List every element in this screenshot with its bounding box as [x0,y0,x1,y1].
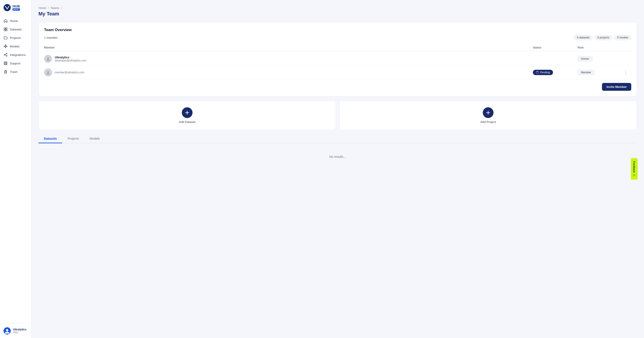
breadcrumb-sep-2: > [60,6,62,10]
breadcrumb-teams[interactable]: Teams [50,6,59,10]
no-results: No results... [38,148,637,166]
svg-rect-4 [6,30,7,31]
svg-point-6 [5,45,6,46]
sidebar-item-trash[interactable]: Trash [0,68,31,76]
team-overview-title: Team Overview [44,28,631,32]
invite-row: Invite Member [44,83,631,91]
models-stat: 0 models [614,35,631,40]
sidebar-item-models[interactable]: Models [0,42,31,50]
pending-label: Pending [540,71,550,74]
team-overview-card: Team Overview 1 member 0 datasets 0 proj… [38,22,637,96]
svg-point-5 [5,46,6,47]
plus-icon-dataset [185,110,190,115]
header-actions [622,46,631,49]
add-dataset-card[interactable]: Add Dataset [38,101,336,130]
sidebar-item-models-label: Models [10,45,20,48]
plus-icon-project [486,110,490,115]
svg-point-9 [7,46,8,47]
feedback-label: Feedback [633,161,636,172]
header-status: Status [533,46,578,49]
member-role-pending: Member [578,70,622,75]
member-status-pending: Pending [533,70,578,75]
support-icon [4,61,8,65]
sidebar-item-datasets[interactable]: Datasets [0,25,31,34]
sidebar-item-integrations-label: Integrations [10,53,26,56]
sidebar-item-support[interactable]: Support [0,59,31,68]
logo-beta-badge: BETA [12,8,20,11]
svg-point-32 [47,71,49,73]
tab-projects[interactable]: Projects [62,134,84,143]
svg-rect-3 [4,30,5,31]
svg-point-20 [5,62,6,64]
svg-point-30 [47,58,49,59]
sidebar-item-datasets-label: Datasets [10,28,22,31]
sidebar-nav: Home Datasets Projects [0,15,31,324]
sidebar-item-home-label: Home [10,19,18,22]
svg-point-8 [4,46,5,47]
add-project-card[interactable]: Add Project [340,101,637,130]
svg-point-28 [6,329,8,331]
datasets-icon [4,27,8,31]
sidebar-item-home[interactable]: Home [0,16,31,25]
sidebar: HUB BETA Home Datasets [0,0,31,338]
member-row-owner: Ultralytics developer@ultralytics.com Ow… [44,52,631,66]
tabs-row: Datasets Projects Models [38,134,637,143]
team-stats-row: 1 member 0 datasets 0 projects 0 models [44,35,631,40]
svg-line-17 [5,54,6,55]
sidebar-user[interactable]: Ultralytics PRO [0,324,31,338]
member-avatar-owner [44,55,52,63]
breadcrumb: Home > Teams > [38,6,637,10]
feedback-button[interactable]: Feedback ☺ [631,158,638,180]
svg-point-15 [6,53,7,54]
svg-point-0 [4,4,11,11]
sidebar-item-support-label: Support [10,62,20,65]
svg-rect-1 [4,28,5,29]
member-name-owner: Ultralytics [55,56,86,59]
invite-member-button[interactable]: Invite Member [602,83,631,91]
sidebar-item-projects-label: Projects [10,36,21,40]
models-icon [4,44,8,48]
add-project-circle[interactable] [483,107,494,118]
pending-status-badge: Pending [533,70,553,75]
member-avatar-pending [44,68,52,76]
tab-models[interactable]: Models [84,134,105,143]
svg-point-7 [5,48,6,48]
header-member: Member [44,46,533,49]
sidebar-item-integrations[interactable]: Integrations [0,50,31,59]
sidebar-item-projects[interactable]: Projects [0,34,31,42]
member-role-badge: Member [578,70,594,75]
member-count: 1 member [44,36,58,39]
member-email-pending: member@ultralytics.com [55,71,84,74]
sidebar-item-trash-label: Trash [10,70,18,74]
trash-icon [4,70,8,74]
feedback-widget[interactable]: Feedback ☺ [624,166,644,172]
pending-spinner [536,71,539,74]
logo-icon [4,4,11,11]
integrations-icon [4,53,8,57]
stat-badges: 0 datasets 0 projects 0 models [574,35,631,40]
projects-icon [4,36,8,40]
user-plan: PRO [13,331,26,334]
add-dataset-label: Add Dataset [179,120,196,124]
main-content: Home > Teams > My Team Team Overview 1 m… [31,0,644,338]
tab-datasets[interactable]: Datasets [38,134,62,143]
svg-point-16 [6,56,7,56]
member-role-owner: Owner [578,56,622,62]
logo: HUB BETA [0,0,31,15]
members-table-header: Member Status Role [44,45,631,51]
member-row-pending: member@ultralytics.com Pending Member ⋮ [44,66,631,79]
breadcrumb-sep-1: > [48,6,50,10]
svg-point-14 [4,54,5,55]
avatar [4,327,11,334]
header-role: Role [578,46,622,49]
member-more-button[interactable]: ⋮ [622,69,629,76]
projects-stat: 0 projects [594,35,612,40]
add-dataset-circle[interactable] [182,107,192,118]
logo-hub-text: HUB [12,4,20,8]
breadcrumb-home[interactable]: Home [38,6,46,10]
owner-role-badge: Owner [578,56,592,62]
feedback-icon: ☺ [632,174,636,176]
member-email-owner: developer@ultralytics.com [55,59,86,62]
add-cards-row: Add Dataset Add Project [38,101,637,130]
svg-rect-2 [6,28,7,29]
